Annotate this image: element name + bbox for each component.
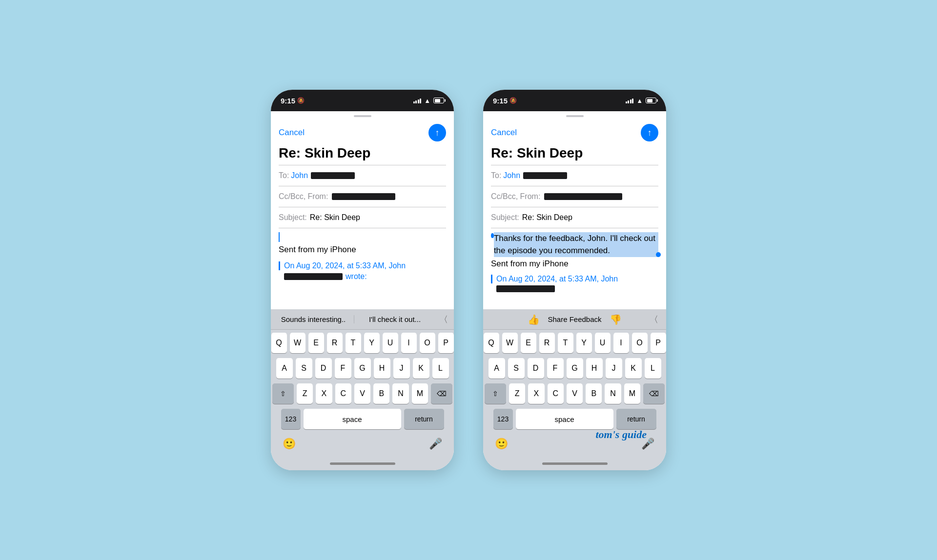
key-n-left[interactable]: N [392, 383, 408, 404]
key-c-right[interactable]: C [548, 383, 564, 404]
to-row-right[interactable]: To: John [483, 165, 666, 186]
key-shift-left[interactable]: ⇧ [272, 383, 294, 404]
key-p-right[interactable]: P [651, 333, 666, 353]
key-o-left[interactable]: O [420, 333, 435, 353]
key-u-left[interactable]: U [383, 333, 398, 353]
send-button-left[interactable]: ↑ [428, 124, 446, 141]
to-name-right: John [503, 171, 520, 180]
selected-text-right: Thanks for the feedback, John. I'll chec… [494, 232, 658, 257]
key-w-left[interactable]: W [290, 333, 306, 353]
send-button-right[interactable]: ↑ [641, 124, 658, 141]
quoted-attr-text-left: On Aug 20, 2024, at 5:33 AM, John [284, 261, 406, 270]
feedback-label[interactable]: Share Feedback [548, 315, 601, 323]
key-space-right[interactable]: space [516, 409, 613, 429]
key-return-left[interactable]: return [404, 409, 444, 429]
key-x-left[interactable]: X [316, 383, 332, 404]
body-area-left[interactable]: Sent from my iPhone On Aug 20, 2024, at … [271, 228, 454, 309]
key-c-left[interactable]: C [335, 383, 351, 404]
key-v-left[interactable]: V [354, 383, 370, 404]
keyboard-chevron-left[interactable]: 〈 [435, 314, 452, 325]
status-icons-right: ▲ [626, 97, 656, 104]
thumbs-down-icon[interactable]: 👎 [610, 314, 622, 325]
compose-title-right: Re: Skin Deep [483, 145, 666, 165]
compose-title-left: Re: Skin Deep [271, 145, 454, 165]
cc-row-right[interactable]: Cc/Bcc, From: [483, 186, 666, 207]
to-row-left[interactable]: To: John [271, 165, 454, 186]
key-s-right[interactable]: S [508, 358, 525, 379]
time-right: 9:15 [493, 97, 508, 105]
key-v-right[interactable]: V [567, 383, 583, 404]
key-r-left[interactable]: R [327, 333, 343, 353]
emoji-icon-left[interactable]: 🙂 [283, 438, 296, 450]
key-t-left[interactable]: T [346, 333, 361, 353]
mute-icon-right: 🔕 [509, 97, 517, 104]
key-k-left[interactable]: K [413, 358, 429, 379]
key-b-left[interactable]: B [373, 383, 389, 404]
key-d-right[interactable]: D [528, 358, 544, 379]
key-k-right[interactable]: K [625, 358, 642, 379]
key-i-right[interactable]: I [613, 333, 629, 353]
key-q-left[interactable]: Q [271, 333, 287, 353]
key-q-right[interactable]: Q [484, 333, 499, 353]
wrote-row-left: wrote: [279, 272, 446, 281]
key-j-left[interactable]: J [393, 358, 410, 379]
wrote-label-left: wrote: [346, 272, 367, 281]
keyboard-chevron-right[interactable]: 〈 [646, 314, 662, 325]
row-asdf-left: A S D F G H J K L [272, 358, 452, 379]
key-h-right[interactable]: H [586, 358, 603, 379]
key-123-right[interactable]: 123 [493, 409, 513, 429]
key-j-right[interactable]: J [606, 358, 622, 379]
wifi-icon-right: ▲ [636, 97, 643, 104]
cancel-button-left[interactable]: Cancel [279, 128, 305, 138]
bar4r [632, 99, 633, 103]
key-w-right[interactable]: W [502, 333, 518, 353]
key-l-right[interactable]: L [645, 358, 661, 379]
battery-fill-right [647, 99, 652, 102]
key-f-left[interactable]: F [335, 358, 351, 379]
subject-row-left[interactable]: Subject: Re: Skin Deep [271, 207, 454, 228]
key-y-right[interactable]: Y [576, 333, 592, 353]
predictive-item2-left[interactable]: I'll check it out... [354, 315, 435, 323]
home-indicator-right [542, 462, 608, 465]
key-i-left[interactable]: I [401, 333, 417, 353]
key-a-left[interactable]: A [276, 358, 293, 379]
key-g-right[interactable]: G [567, 358, 583, 379]
key-h-left[interactable]: H [374, 358, 390, 379]
mic-icon-left[interactable]: 🎤 [429, 438, 442, 450]
key-e-right[interactable]: E [521, 333, 536, 353]
key-o-right[interactable]: O [632, 333, 648, 353]
thumbs-up-icon[interactable]: 👍 [528, 314, 540, 325]
body-area-right[interactable]: Thanks for the feedback, John. I'll chec… [483, 228, 666, 309]
key-e-left[interactable]: E [308, 333, 324, 353]
key-123-left[interactable]: 123 [281, 409, 301, 429]
mute-icon-left: 🔕 [297, 97, 305, 104]
key-s-left[interactable]: S [296, 358, 312, 379]
key-z-left[interactable]: Z [297, 383, 313, 404]
key-f-right[interactable]: F [547, 358, 564, 379]
key-m-left[interactable]: M [412, 383, 428, 404]
subject-row-right[interactable]: Subject: Re: Skin Deep [483, 207, 666, 228]
key-r-right[interactable]: R [539, 333, 555, 353]
emoji-icon-right[interactable]: 🙂 [495, 438, 508, 450]
key-return-right[interactable]: return [616, 409, 656, 429]
cancel-button-right[interactable]: Cancel [491, 128, 517, 138]
key-n-right[interactable]: N [605, 383, 621, 404]
key-t-right[interactable]: T [558, 333, 573, 353]
key-a-right[interactable]: A [489, 358, 505, 379]
key-p-left[interactable]: P [438, 333, 454, 353]
key-backspace-left[interactable]: ⌫ [431, 383, 452, 404]
cc-row-left[interactable]: Cc/Bcc, From: [271, 186, 454, 207]
key-m-right[interactable]: M [624, 383, 640, 404]
key-x-right[interactable]: X [528, 383, 544, 404]
key-shift-right[interactable]: ⇧ [485, 383, 506, 404]
key-z-right[interactable]: Z [509, 383, 525, 404]
key-l-left[interactable]: L [432, 358, 449, 379]
key-d-left[interactable]: D [315, 358, 332, 379]
key-g-left[interactable]: G [354, 358, 371, 379]
predictive-item1-left[interactable]: Sounds interesting.. [273, 315, 354, 323]
key-space-left[interactable]: space [304, 409, 401, 429]
key-u-right[interactable]: U [595, 333, 611, 353]
key-y-left[interactable]: Y [364, 333, 380, 353]
key-b-right[interactable]: B [586, 383, 602, 404]
key-backspace-right[interactable]: ⌫ [643, 383, 665, 404]
